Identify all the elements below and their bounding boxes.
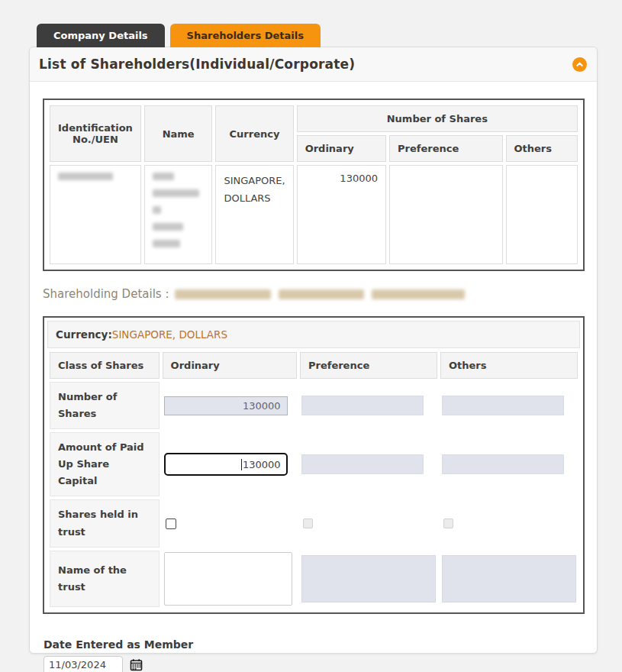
- col-header-currency: Currency: [215, 105, 293, 162]
- panel-header: List of Shareholders(Individual/Corporat…: [30, 47, 597, 82]
- collapse-button[interactable]: [572, 57, 587, 72]
- trust-checkbox-preference: [303, 519, 313, 528]
- col-header-ordinary: Ordinary: [297, 135, 386, 162]
- shareholding-form-table: Class of Shares Ordinary Preference Othe…: [47, 349, 581, 610]
- trust-checkbox-ordinary[interactable]: [166, 519, 176, 529]
- col-header-others: Others: [506, 135, 578, 162]
- tab-company-details[interactable]: Company Details: [37, 24, 165, 47]
- trust-name-preference-textarea: [301, 555, 436, 603]
- col-header-name: Name: [144, 105, 213, 162]
- shareholding-details-label: Shareholding Details :: [43, 287, 169, 301]
- shareholding-form-container: Currency:SINGAPORE, DOLLARS Class of Sha…: [43, 316, 585, 614]
- tab-bar: Company Details Shareholders Details: [37, 24, 321, 47]
- redacted-text: [153, 206, 161, 214]
- shareholder-name-redacted: [175, 289, 465, 299]
- form-header-preference: Preference: [300, 352, 437, 379]
- cell-name-redacted: [144, 165, 213, 264]
- shareholders-panel: List of Shareholders(Individual/Corporat…: [29, 47, 598, 654]
- date-entered-label: Date Entered as Member: [44, 638, 585, 651]
- redacted-text: [372, 289, 465, 299]
- trust-checkbox-others: [443, 519, 453, 528]
- redacted-text: [153, 240, 180, 247]
- currency-value: SINGAPORE, DOLLARS: [112, 328, 227, 341]
- redacted-text: [153, 223, 184, 231]
- calendar-icon[interactable]: [130, 658, 143, 671]
- amount-paid-up-label: Amount of Paid Up Share Capital: [50, 432, 160, 496]
- form-header-ordinary: Ordinary: [163, 352, 297, 379]
- form-header-class-of-shares: Class of Shares: [50, 352, 160, 379]
- currency-row: Currency:SINGAPORE, DOLLARS: [47, 321, 580, 348]
- col-header-preference: Preference: [389, 135, 503, 162]
- currency-label: Currency:: [56, 328, 112, 341]
- amount-paid-preference-input: [301, 454, 424, 474]
- number-shares-preference-input: [301, 396, 424, 415]
- trust-name-others-textarea: [442, 555, 576, 603]
- date-entered-input[interactable]: [44, 656, 123, 672]
- shareholders-table-container: Identification No./UEN Name Currency Num…: [43, 99, 585, 271]
- col-header-number-of-shares: Number of Shares: [297, 105, 578, 132]
- page-title: List of Shareholders(Individual/Corporat…: [39, 57, 355, 72]
- redacted-text: [279, 289, 364, 299]
- number-shares-others-input: [442, 396, 564, 415]
- redacted-text: [153, 189, 199, 197]
- number-shares-ordinary-input: 130000: [164, 396, 288, 415]
- form-header-others: Others: [440, 352, 578, 379]
- number-of-shares-label: Number of Shares: [50, 382, 160, 429]
- footer-section: Date Entered as Member: [43, 638, 585, 672]
- cell-others-shares: [506, 165, 578, 264]
- chevron-up-icon: [575, 60, 584, 69]
- shareholders-table: Identification No./UEN Name Currency Num…: [47, 102, 581, 267]
- shareholding-details-heading: Shareholding Details :: [43, 287, 585, 301]
- cell-currency: SINGAPORE, DOLLARS: [215, 165, 293, 264]
- amount-paid-ordinary-input[interactable]: 130000: [164, 453, 288, 476]
- text-caret: [241, 459, 242, 470]
- table-row: SINGAPORE, DOLLARS 130000: [50, 165, 578, 264]
- amount-paid-others-input: [442, 454, 564, 474]
- shares-held-in-trust-label: Shares held in trust: [50, 499, 160, 547]
- tab-shareholders-details[interactable]: Shareholders Details: [170, 24, 321, 47]
- redacted-text: [153, 173, 174, 180]
- cell-ordinary-shares: 130000: [297, 165, 386, 264]
- redacted-text: [58, 173, 113, 180]
- cell-identification-redacted: [50, 165, 141, 264]
- redacted-text: [175, 289, 271, 299]
- name-of-trust-label: Name of the trust: [50, 551, 160, 607]
- trust-name-ordinary-textarea[interactable]: [164, 552, 292, 606]
- cell-preference-shares: [389, 165, 503, 264]
- col-header-identification: Identification No./UEN: [50, 105, 141, 162]
